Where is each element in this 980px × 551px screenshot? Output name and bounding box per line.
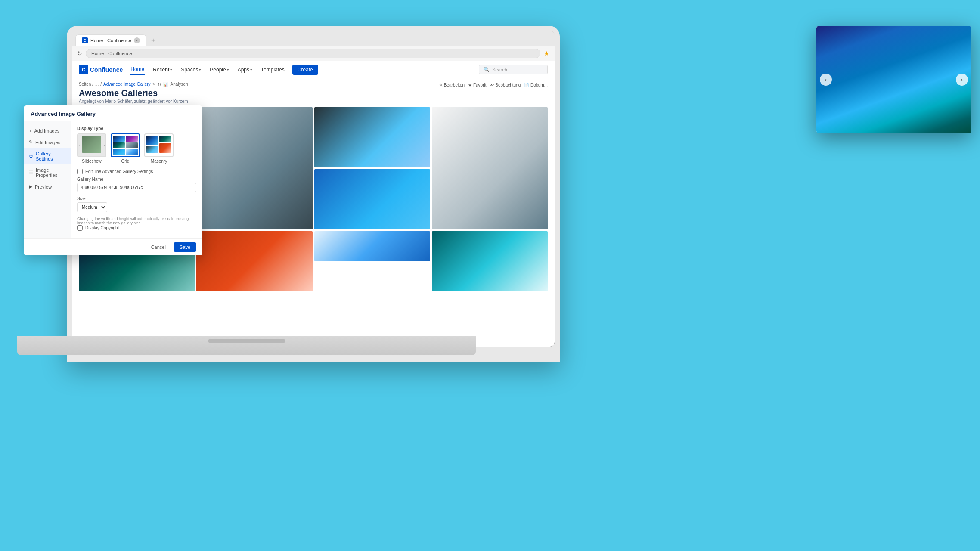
slideshow-thumb-inner: ‹ › (78, 134, 105, 156)
slideshow-prev: ‹ (79, 143, 80, 147)
action-beobachtung[interactable]: 👁 Beobachtung (490, 83, 521, 87)
page-title: Awesome Galleries (79, 88, 548, 98)
breadcrumb-actions: ✎ Bearbeiten ★ Favorit 👁 Beobachtung 📄 D… (439, 83, 548, 87)
display-option-masonry[interactable]: Masonry (144, 133, 174, 164)
browser-address-bar: ↻ Home - Confluence ★ (72, 46, 555, 61)
grid-cell-4 (126, 142, 138, 149)
size-label: Size (77, 196, 196, 201)
page-meta: Angelegt von Mario Schäfer, zuletzt geän… (79, 99, 548, 104)
gallery-cell-3[interactable] (314, 107, 430, 167)
tab-close-button[interactable]: × (134, 37, 140, 43)
action-dokument[interactable]: 📄 Dokum... (524, 83, 548, 87)
lightbox-prev-button[interactable]: ‹ (820, 74, 832, 86)
recent-chevron: ▾ (170, 68, 172, 72)
breadcrumb-icon-link: ⛓ (158, 82, 161, 87)
gallery-name-input[interactable] (77, 183, 196, 192)
display-option-slideshow[interactable]: ‹ › Slideshow (77, 133, 106, 164)
gallery-cell-6[interactable] (314, 169, 430, 229)
display-option-grid[interactable]: Grid (111, 133, 140, 164)
slideshow-thumb: ‹ › (77, 133, 106, 157)
browser-url-bar[interactable]: Home - Confluence (86, 49, 540, 58)
edit-settings-label: Edit The Advanced Gallery Settings (85, 169, 153, 174)
gallery-name-group: Gallery Name (77, 177, 196, 192)
sidebar-edit-images-label: Edit Images (35, 140, 60, 145)
breadcrumb-current[interactable]: Advanced Image Gallery (103, 82, 151, 87)
confluence-logo[interactable]: C Confluence (79, 65, 123, 74)
gallery-cell-2[interactable] (196, 107, 312, 229)
gallery-cell-5[interactable] (432, 107, 548, 229)
create-button[interactable]: Create (292, 65, 318, 75)
breadcrumb-icon-edit: ✎ (152, 82, 156, 87)
lightbox-nav: ‹ › (816, 74, 971, 86)
sidebar-preview-label: Preview (35, 184, 52, 189)
cancel-button[interactable]: Cancel (147, 242, 170, 252)
slideshow-next: › (103, 143, 105, 147)
masonry-label: Masonry (144, 159, 174, 164)
breadcrumb-icon-analyze: 📊 (163, 82, 168, 87)
grid-cell-2 (126, 136, 138, 142)
nav-item-templates[interactable]: Templates (260, 65, 285, 74)
sidebar-add-images-label: Add Images (34, 128, 59, 133)
laptop-base (17, 336, 476, 355)
sidebar-image-properties-label: Image Properties (36, 167, 65, 178)
grid-thumb-inner (112, 134, 139, 156)
modal-body: + Add Images ✎ Edit Images ⚙ Gallery Set… (24, 121, 202, 238)
sidebar-gallery-settings[interactable]: ⚙ Gallery Settings (24, 148, 71, 164)
size-hint: Changing the width and height will autom… (77, 217, 196, 225)
nav-search-box[interactable]: 🔍 Search (479, 65, 548, 74)
slideshow-label: Slideshow (77, 159, 106, 164)
edit-settings-checkbox[interactable] (77, 169, 83, 174)
browser-tab-label: Home - Confluence (90, 38, 131, 43)
sidebar-edit-images[interactable]: ✎ Edit Images (24, 136, 71, 148)
modal-footer: Cancel Save (24, 238, 202, 255)
action-bearbeiten[interactable]: ✎ Bearbeiten (439, 83, 465, 87)
tab-add-button[interactable]: + (148, 35, 158, 46)
masonry-cell-b1 (159, 136, 171, 142)
save-button[interactable]: Save (174, 242, 196, 252)
sidebar-preview[interactable]: ▶ Preview (24, 181, 71, 192)
breadcrumb: Seiten / ... / Advanced Image Gallery ✎ … (79, 82, 188, 87)
add-images-icon: + (29, 128, 31, 133)
breadcrumb-analysen: Analysen (171, 82, 188, 87)
breadcrumb-separator2: / (100, 82, 102, 87)
masonry-thumb (144, 133, 174, 157)
gallery-cell-9[interactable] (314, 231, 430, 261)
nav-item-home[interactable]: Home (130, 65, 145, 75)
edit-settings-checkbox-row: Edit The Advanced Gallery Settings (77, 169, 196, 174)
nav-item-people[interactable]: People ▾ (209, 65, 229, 74)
action-favorit[interactable]: ★ Favorit (468, 83, 486, 87)
modal-title: Advanced Image Gallery (31, 111, 96, 117)
sidebar-add-images[interactable]: + Add Images (24, 125, 71, 136)
confluence-tab-icon: C (82, 37, 88, 43)
lightbox-image: ‹ › (816, 26, 971, 133)
size-select[interactable]: Medium Small Large (77, 202, 107, 212)
breadcrumb-row: Seiten / ... / Advanced Image Gallery ✎ … (79, 82, 548, 88)
browser-chrome: C Home - Confluence × + ↻ Home - Conflue… (72, 31, 555, 61)
lightbox-next-button[interactable]: › (956, 74, 968, 86)
browser-tab-active[interactable]: C Home - Confluence × (75, 34, 146, 46)
nav-item-recent[interactable]: Recent ▾ (152, 65, 173, 74)
masonry-cell-b2 (159, 143, 171, 153)
masonry-cell-a1 (146, 136, 158, 145)
image-properties-icon: ☰ (29, 170, 33, 176)
masonry-cell-a2 (146, 146, 158, 153)
display-type-label: Display Type (77, 126, 196, 131)
nav-item-spaces[interactable]: Spaces ▾ (180, 65, 202, 74)
gallery-settings-icon: ⚙ (29, 154, 33, 159)
edit-images-icon: ✎ (29, 139, 33, 145)
gallery-cell-10[interactable] (432, 231, 548, 291)
modal-header: Advanced Image Gallery (24, 105, 202, 121)
masonry-thumb-inner (145, 134, 173, 156)
apps-chevron: ▾ (250, 68, 252, 72)
modal-gallery-settings: Advanced Image Gallery + Add Images ✎ Ed… (24, 105, 202, 255)
slideshow-arrows: ‹ › (78, 143, 105, 147)
spaces-chevron: ▾ (199, 68, 201, 72)
gallery-name-label: Gallery Name (77, 177, 196, 182)
preview-icon: ▶ (29, 184, 32, 189)
browser-bookmark-icon[interactable]: ★ (544, 50, 549, 57)
sidebar-image-properties[interactable]: ☰ Image Properties (24, 164, 71, 181)
nav-item-apps[interactable]: Apps ▾ (237, 65, 253, 74)
gallery-cell-8[interactable] (196, 231, 312, 291)
display-copyright-checkbox[interactable] (77, 225, 83, 231)
browser-refresh-icon[interactable]: ↻ (77, 50, 82, 57)
